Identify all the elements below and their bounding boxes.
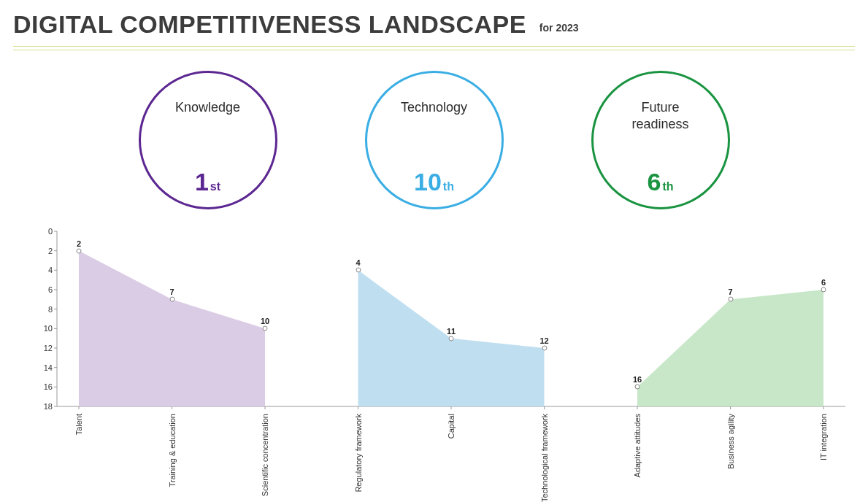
landscape-chart: 0246810121416182Talent7Training & educat… (13, 224, 853, 501)
y-tick: 2 (31, 247, 53, 255)
x-tick: Technological framework (540, 414, 549, 502)
y-tick: 10 (31, 324, 53, 333)
pillar-knowledge-label: Knowledge (175, 99, 240, 116)
x-tick: Adaptive attitudes (633, 414, 642, 477)
data-point (821, 287, 826, 293)
data-point (263, 326, 268, 331)
pillar-knowledge-rank: 1 st (195, 169, 220, 194)
y-tick: 18 (31, 402, 53, 411)
data-point (635, 385, 640, 390)
pillar-technology-label: Technology (401, 99, 467, 116)
y-tick: 4 (31, 266, 53, 274)
y-tick: 8 (31, 305, 53, 314)
data-label: 7 (169, 287, 174, 296)
data-label: 2 (77, 239, 81, 248)
x-tick: Scientific concentration (261, 414, 269, 496)
y-tick: 0 (31, 227, 53, 236)
pillar-future-readiness: Future readiness 6 th (591, 71, 730, 209)
y-tick: 14 (31, 363, 53, 372)
data-point (542, 346, 547, 351)
page-title: DIGITAL COMPETITIVENESS LANDSCAPE (13, 10, 526, 39)
data-label: 6 (821, 278, 826, 287)
data-label: 12 (539, 336, 548, 345)
pillar-circles: Knowledge 1 st Technology 10 th Future r… (13, 71, 855, 209)
x-tick: IT integration (819, 414, 828, 460)
y-tick: 12 (31, 344, 53, 352)
data-label: 7 (728, 287, 732, 296)
data-label: 10 (261, 317, 269, 325)
svg-marker-23 (637, 290, 823, 406)
data-point (356, 268, 361, 273)
x-tick: Talent (74, 414, 83, 435)
x-tick: Training & education (168, 414, 177, 487)
y-tick: 16 (31, 382, 53, 391)
subtitle-year: for 2023 (539, 22, 579, 34)
x-tick: Capital (447, 414, 456, 439)
x-tick: Business agility (726, 414, 735, 469)
pillar-technology-rank: 10 th (414, 169, 454, 194)
data-label: 11 (447, 327, 456, 336)
pillar-technology: Technology 10 th (365, 71, 504, 209)
data-point (77, 248, 82, 253)
svg-marker-21 (79, 251, 265, 406)
pillar-future-readiness-label: Future readiness (631, 99, 688, 132)
data-point (728, 297, 733, 302)
title-underline (13, 46, 855, 50)
data-label: 16 (633, 375, 642, 384)
pillar-future-readiness-rank: 6 th (647, 169, 673, 194)
pillar-knowledge: Knowledge 1 st (139, 71, 277, 209)
y-tick: 6 (31, 285, 53, 294)
data-point (449, 336, 454, 341)
x-tick: Regulatory framework (354, 414, 363, 493)
data-point (169, 297, 174, 302)
data-label: 4 (356, 258, 360, 267)
